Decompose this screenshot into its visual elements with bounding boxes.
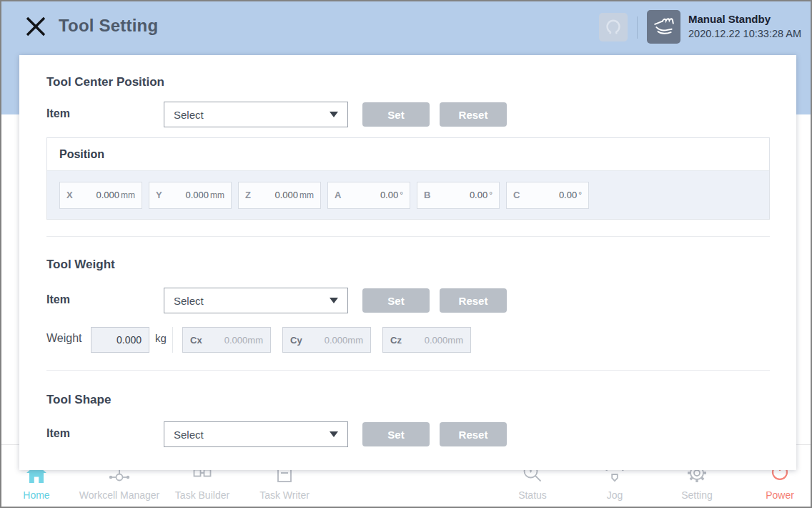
field-label: Cy	[290, 335, 302, 346]
field-value: 0.000	[425, 335, 448, 346]
field-value: 0.000	[274, 190, 298, 200]
tcp-select-value: Select	[174, 109, 204, 121]
header-divider	[637, 16, 638, 39]
tool-setting-panel: Tool Center Position Item Select Set Res…	[19, 55, 796, 470]
mode-status-timestamp: 2020.12.22 10:33:28 AM	[688, 28, 801, 39]
field-unit: mm	[247, 335, 263, 346]
field-unit: mm	[210, 190, 224, 200]
position-field-x: X0.000mm	[59, 182, 142, 209]
field-unit: °	[489, 190, 492, 200]
tool-weight-item-select[interactable]: Select	[164, 288, 348, 313]
tool-weight-select-value: Select	[174, 295, 204, 307]
field-value: 0.00	[559, 190, 577, 200]
weight-label: Weight	[46, 332, 82, 345]
cog-field-cz: Cz0.000mm	[382, 327, 471, 353]
field-value: 0.000	[325, 335, 348, 346]
tcp-item-label: Item	[46, 107, 70, 120]
field-unit: mm	[121, 190, 135, 200]
manual-mode-button[interactable]	[647, 10, 680, 44]
section-divider	[46, 236, 770, 237]
field-value: 0.000	[224, 335, 248, 346]
chevron-down-icon	[330, 112, 338, 117]
header: Tool Setting Manual Standby 2020.12.22 1…	[1, 1, 811, 53]
tcp-set-button[interactable]: Set	[362, 102, 430, 127]
gripper-tool-button[interactable]	[599, 13, 628, 41]
tool-weight-item-label: Item	[46, 293, 70, 306]
tool-shape-select-value: Select	[174, 429, 204, 441]
section-divider	[46, 370, 770, 371]
field-label: Z	[245, 190, 251, 200]
tool-shape-reset-button[interactable]: Reset	[440, 422, 507, 446]
close-button[interactable]	[24, 15, 48, 39]
field-unit: °	[578, 190, 582, 200]
tool-shape-set-button[interactable]: Set	[362, 422, 430, 446]
field-label: Cz	[390, 335, 402, 346]
page-title: Tool Setting	[59, 16, 158, 36]
field-label: Cx	[190, 335, 202, 346]
weight-divider	[172, 327, 173, 353]
nav-label: Power	[723, 489, 812, 501]
field-label: Y	[156, 190, 162, 200]
tool-shape-item-label: Item	[46, 427, 70, 440]
field-unit: mm	[299, 190, 314, 200]
position-field-b: B0.00°	[417, 182, 500, 209]
weight-unit: kg	[155, 332, 167, 344]
tcp-heading: Tool Center Position	[46, 75, 164, 89]
mode-status-title: Manual Standby	[688, 13, 801, 25]
tool-shape-heading: Tool Shape	[46, 393, 111, 407]
field-label: B	[424, 190, 430, 200]
field-label: C	[513, 190, 520, 200]
field-unit: °	[400, 190, 403, 200]
position-field-y: Y0.000mm	[149, 182, 232, 209]
tool-weight-reset-button[interactable]: Reset	[440, 288, 507, 313]
position-field-c: C0.00°	[506, 182, 589, 209]
field-value: 0.00	[380, 190, 398, 200]
field-unit: mm	[447, 335, 463, 346]
field-label: A	[335, 190, 341, 200]
field-label: X	[66, 190, 73, 200]
tool-weight-heading: Tool Weight	[46, 258, 115, 272]
field-value: 0.000	[185, 190, 209, 200]
cog-field-cy: Cy0.000mm	[282, 327, 371, 353]
mode-status: Manual Standby 2020.12.22 10:33:28 AM	[688, 13, 801, 39]
cog-field-cx: Cx0.000mm	[182, 327, 271, 353]
position-field-a: A0.00°	[327, 182, 410, 209]
tool-setting-screen: Home Workcell Manager Task Builder Task …	[0, 0, 812, 508]
tool-weight-set-button[interactable]: Set	[362, 288, 430, 313]
field-value: 0.00	[470, 190, 487, 200]
position-panel-heading: Position	[47, 138, 769, 171]
gripper-icon	[603, 16, 623, 39]
field-unit: mm	[347, 335, 363, 346]
tcp-item-select[interactable]: Select	[164, 102, 348, 127]
field-value: 0.000	[96, 190, 119, 200]
tool-shape-item-select[interactable]: Select	[164, 421, 348, 447]
position-fields-row: X0.000mm Y0.000mm Z0.000mm A0.00° B0.00°…	[47, 171, 769, 219]
close-icon	[24, 29, 47, 40]
manual-hand-icon	[653, 14, 675, 39]
chevron-down-icon	[330, 431, 338, 437]
position-field-z: Z0.000mm	[238, 182, 321, 209]
tcp-reset-button[interactable]: Reset	[440, 102, 507, 127]
position-panel: Position X0.000mm Y0.000mm Z0.000mm A0.0…	[46, 137, 770, 220]
nav-label: Task Writer	[227, 489, 342, 501]
weight-input[interactable]: 0.000	[91, 327, 149, 353]
chevron-down-icon	[330, 298, 338, 303]
